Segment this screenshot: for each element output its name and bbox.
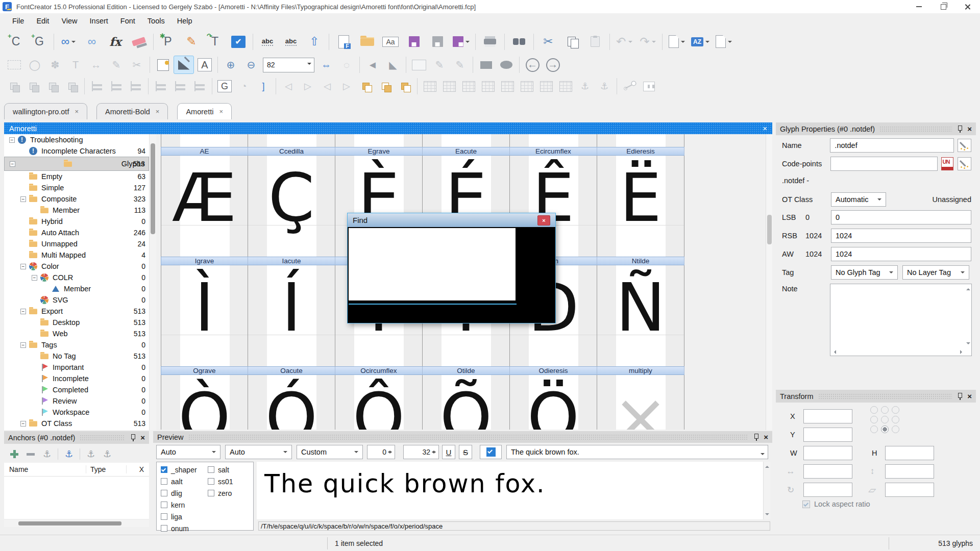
tab-amoretti-bold[interactable]: Amoretti-Bold× — [96, 103, 168, 119]
magic-wand-icon[interactable] — [958, 157, 971, 170]
edit-mode-button[interactable]: ✎ — [180, 31, 203, 53]
origin-radio-3[interactable] — [870, 416, 878, 423]
tree-expander-icon[interactable]: − — [20, 196, 26, 202]
sort-button[interactable]: AZ — [689, 31, 712, 53]
feature-zero[interactable]: zero — [208, 488, 233, 498]
classes-grid-button[interactable] — [459, 78, 478, 94]
send-backward-button[interactable] — [24, 78, 42, 94]
glyph-cell-iacute[interactable]: Í — [248, 265, 335, 366]
glyph-cell-partial[interactable] — [335, 134, 423, 147]
tree-item-incomplete[interactable]: Incomplete0 — [4, 373, 149, 384]
font-size-spinner[interactable]: 32 — [403, 445, 439, 459]
show-glyphs-toggle[interactable] — [480, 445, 502, 459]
feature-kern[interactable]: kern — [161, 499, 197, 510]
open-installed-button[interactable]: Aa — [379, 31, 402, 53]
checkbox-icon[interactable] — [161, 466, 167, 473]
align-bottom-button[interactable] — [190, 78, 209, 94]
tree-expander-icon[interactable]: − — [20, 309, 26, 314]
transform-w-input[interactable] — [803, 446, 852, 460]
codepoints-input[interactable] — [830, 157, 938, 171]
anchors-list[interactable]: Name Type X — [4, 463, 149, 519]
print-button[interactable] — [479, 31, 501, 53]
tab-close-icon[interactable]: × — [156, 108, 160, 115]
tab-amoretti[interactable]: Amoretti× — [177, 103, 232, 119]
kerning-grid-button[interactable] — [440, 78, 458, 94]
pin-icon[interactable] — [130, 434, 136, 441]
minimize-button[interactable] — [906, 0, 931, 13]
new-glyph-button[interactable]: G+ — [28, 31, 51, 53]
menu-insert[interactable]: Insert — [84, 17, 114, 25]
tab-wallington-pro-otf[interactable]: wallington-pro.otf× — [4, 103, 87, 119]
pen-tool-button[interactable]: ✎ — [107, 56, 126, 73]
glyph-cell-partial[interactable] — [161, 134, 248, 147]
glyph-cell-ograve[interactable]: Ò — [161, 375, 248, 430]
flip-vertical-button[interactable]: ◣ — [383, 56, 403, 73]
panel-close-icon[interactable]: × — [967, 392, 972, 400]
feature-liga[interactable]: liga — [161, 511, 197, 522]
knife-tool-button[interactable]: ✂ — [127, 56, 146, 73]
panel-close-icon[interactable]: × — [967, 124, 972, 133]
unicode-icon[interactable]: UN — [941, 157, 954, 170]
anchors-column-type[interactable]: Type — [86, 465, 126, 473]
forward-button[interactable]: → — [543, 56, 562, 73]
undo-button[interactable]: ↶ — [613, 31, 635, 53]
save-button[interactable] — [403, 31, 425, 53]
tree-item-tags[interactable]: −Tags0 — [4, 339, 149, 350]
ot-class-select[interactable]: Automatic — [831, 192, 886, 207]
tree-expander-icon[interactable]: − — [20, 421, 26, 427]
glyph-name-input[interactable] — [830, 138, 954, 153]
lsb-input[interactable] — [831, 210, 971, 224]
rotate-left-button[interactable]: ◁ — [279, 78, 298, 94]
anchor-lock-button[interactable]: ⚓ — [595, 78, 614, 94]
checkbox-icon[interactable] — [161, 525, 167, 532]
feature-salt[interactable]: salt — [208, 464, 233, 475]
skew-left-button[interactable]: ◁ — [318, 78, 336, 94]
origin-radio-4[interactable] — [881, 416, 889, 423]
flip-horizontal-button[interactable]: ◄ — [363, 56, 382, 73]
fill-mode-button[interactable] — [174, 56, 194, 74]
checkbox-icon[interactable] — [161, 502, 167, 508]
preview-vscrollbar[interactable] — [763, 462, 770, 519]
bring-front-button[interactable] — [43, 78, 62, 94]
glyph-cell-otilde[interactable]: Õ — [423, 375, 510, 430]
document-close-icon[interactable]: × — [763, 124, 767, 133]
align-left-button[interactable] — [88, 78, 106, 94]
menu-font[interactable]: Font — [114, 17, 141, 25]
scroll-down-icon[interactable] — [966, 342, 970, 346]
rotate-input[interactable] — [803, 483, 852, 497]
pin-icon[interactable] — [957, 392, 963, 400]
tree-item-hybrid[interactable]: Hybrid0 — [4, 216, 149, 227]
glyph-cell-partial[interactable] — [248, 134, 335, 147]
grid-scrollbar-thumb[interactable] — [767, 215, 772, 244]
scroll-left-icon[interactable] — [832, 350, 836, 354]
pin-icon[interactable] — [957, 125, 963, 133]
edit-anchor-button[interactable]: ⚓ — [39, 447, 55, 461]
tree-item-multi-mapped[interactable]: Multi Mapped4 — [4, 249, 149, 261]
menu-tools[interactable]: Tools — [141, 17, 171, 25]
align-top-button[interactable] — [152, 78, 170, 94]
grid-lock-button[interactable] — [518, 78, 536, 94]
save-as-button[interactable] — [450, 31, 472, 53]
glyph-cell-partial[interactable] — [510, 134, 597, 147]
validate-button[interactable]: ✔ — [227, 31, 250, 53]
glyph-cell-oacute[interactable]: Ó — [248, 375, 335, 430]
lasso-tool-button[interactable]: ◯ — [25, 56, 44, 73]
preview-text-input[interactable] — [506, 445, 768, 459]
new-font-button[interactable]: F — [332, 31, 355, 53]
note-textarea[interactable] — [830, 284, 972, 356]
strikethrough-button[interactable]: S — [459, 445, 472, 459]
cut-button[interactable]: ✂ — [537, 31, 559, 53]
tree-item-composite[interactable]: −Composite323 — [4, 193, 149, 205]
glyph-group-button[interactable]: G — [215, 78, 234, 94]
anchor-button[interactable]: ⚓ — [576, 78, 594, 94]
glyph-cell-ocircumflex[interactable]: Ô — [335, 375, 423, 430]
eraser-button[interactable] — [128, 31, 150, 53]
glyph-cell-ae[interactable]: Æ — [161, 156, 248, 257]
draw-freehand-button[interactable]: ✎ — [450, 56, 470, 73]
remove-anchor-button[interactable] — [22, 447, 39, 461]
align-center-button[interactable] — [107, 78, 126, 94]
side-bearing-button[interactable]: ] — [254, 78, 273, 94]
scroll-up-icon[interactable] — [765, 464, 769, 468]
feature-ss01[interactable]: ss01 — [208, 476, 233, 487]
tree-item-member[interactable]: Member113 — [4, 205, 149, 216]
